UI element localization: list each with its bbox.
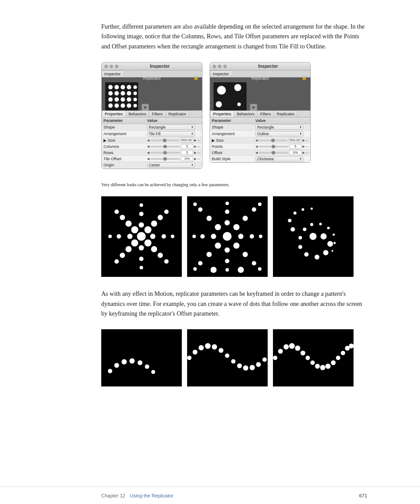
svg-point-70 [193, 202, 197, 206]
param-size-left: ▶ Size [103, 138, 147, 143]
tab-filters-left[interactable]: Filters [149, 110, 166, 117]
param-rows-left: Rows [103, 151, 147, 155]
dropdown-shape-left[interactable]: Rectangle▾ [147, 125, 195, 130]
svg-point-55 [140, 266, 143, 269]
table-row: Shape Rectangle▾ [210, 124, 310, 131]
tab-bar-left: Properties Behaviors Filters Replicator [102, 110, 202, 118]
svg-point-121 [205, 343, 211, 349]
pattern-image-3 [273, 196, 354, 277]
wave-svg-2 [187, 329, 268, 386]
preview-canvas-left [105, 82, 138, 111]
svg-point-9 [127, 91, 131, 96]
tab-replicator-right[interactable]: Replicator [274, 110, 298, 117]
svg-point-15 [133, 98, 137, 101]
dropdown-origin-left[interactable]: Center▾ [147, 162, 195, 168]
table-row: Offset ◀ 0% ▶ — [210, 150, 310, 156]
tab-properties-right[interactable]: Properties [210, 110, 234, 117]
slider-size-right[interactable]: ◀ 500.00 ▶ — [255, 138, 309, 143]
value-tileoffset-left: ◀ 0% ▶ — [147, 156, 200, 161]
footer-chapter-label: Chapter 12 [101, 493, 125, 498]
dropdown-arrangement-right[interactable]: Outline▾ [255, 131, 303, 136]
svg-point-84 [225, 202, 229, 205]
svg-point-140 [315, 364, 320, 369]
svg-point-98 [310, 223, 313, 226]
svg-point-119 [193, 350, 198, 355]
slider-rows-left[interactable]: ◀ 5 ▶ — [147, 150, 200, 155]
tab-behaviors-left[interactable]: Behaviors [125, 110, 149, 117]
value-rows-left: ◀ 5 ▶ — [147, 150, 200, 155]
slider-points-right[interactable]: ◀ 5 ▶ — [255, 144, 309, 149]
svg-point-18 [121, 103, 125, 108]
svg-point-40 [114, 210, 119, 214]
value-buildstyle-right: Clockwise▾ [255, 156, 309, 162]
param-arrangement-left: Arrangement [103, 132, 147, 136]
svg-point-58 [215, 224, 221, 230]
svg-point-13 [121, 97, 125, 102]
tab-replicator-left[interactable]: Replicator [166, 110, 190, 117]
slider-size-left[interactable]: ◀ 500.00 ▶ — [147, 138, 200, 143]
svg-point-38 [158, 215, 163, 220]
svg-point-29 [144, 239, 151, 246]
value-columns-left: ◀ 5 ▶ — [147, 144, 200, 149]
value-shape-left: Rectangle▾ [147, 125, 200, 130]
param-shape-right: Shape [212, 125, 255, 129]
svg-point-126 [237, 364, 242, 368]
svg-point-62 [206, 216, 212, 221]
tab-behaviors-right[interactable]: Behaviors [234, 110, 257, 117]
svg-point-61 [215, 243, 221, 249]
tab-filters-right[interactable]: Filters [257, 110, 274, 117]
svg-point-49 [171, 235, 174, 238]
dropdown-arrangement-left[interactable]: Tile Fill▾ [147, 131, 195, 136]
svg-point-130 [262, 357, 267, 362]
play-button-left[interactable]: ▶ [142, 104, 149, 111]
svg-point-28 [131, 226, 138, 233]
svg-point-87 [238, 267, 244, 273]
svg-point-59 [233, 243, 239, 249]
tab-properties-left[interactable]: Properties [102, 110, 125, 117]
svg-point-106 [294, 212, 297, 215]
dropdown-shape-right[interactable]: Rectangle▾ [255, 125, 303, 130]
svg-point-24 [216, 101, 222, 107]
svg-point-124 [225, 353, 229, 358]
svg-point-123 [219, 348, 224, 353]
dropdown-buildstyle-right[interactable]: Clockwise▾ [255, 156, 303, 162]
svg-point-116 [151, 370, 155, 374]
svg-point-25 [237, 103, 241, 106]
preview-area-left: Replicator 🔒 [102, 77, 202, 110]
svg-point-22 [217, 86, 226, 95]
svg-point-81 [225, 247, 230, 253]
svg-point-39 [120, 253, 125, 258]
svg-point-64 [243, 216, 248, 221]
value-arrangement-left: Tile Fill▾ [147, 131, 200, 136]
svg-point-86 [210, 267, 217, 273]
svg-point-4 [127, 85, 131, 89]
slider-columns-left[interactable]: ◀ 5 ▶ — [147, 144, 200, 149]
svg-point-51 [139, 245, 144, 250]
svg-point-57 [223, 232, 232, 241]
table-row: Origin Center▾ [102, 162, 202, 169]
slider-offset-right[interactable]: ◀ 0% ▶ — [255, 150, 309, 155]
table-row: Rows ◀ 5 ▶ — [102, 150, 202, 156]
svg-point-66 [198, 207, 203, 212]
svg-point-91 [328, 241, 333, 247]
svg-point-132 [273, 356, 277, 360]
param-arrangement-right: Arrangement [212, 132, 255, 136]
svg-point-96 [298, 236, 302, 239]
wave-image-1 [101, 329, 182, 386]
preview-area-right: Replicator 🔒 [210, 77, 310, 110]
svg-point-74 [211, 234, 216, 239]
slider-tileoffset-left[interactable]: ◀ 0% ▶ — [147, 156, 200, 161]
page-content: Further, different parameters are also a… [0, 0, 420, 434]
svg-point-113 [129, 358, 135, 364]
svg-point-23 [234, 84, 241, 91]
play-button-right[interactable]: ▶ [250, 104, 257, 111]
param-buildstyle-right: Build Style [212, 157, 255, 161]
preview-label-left: Replicator [143, 75, 161, 81]
svg-point-135 [289, 343, 295, 349]
footer-chapter-link[interactable]: Using the Replicator [130, 493, 173, 498]
svg-point-50 [139, 222, 144, 228]
svg-point-100 [327, 227, 330, 229]
svg-point-136 [295, 346, 300, 351]
wave-images-group [101, 329, 367, 386]
svg-point-1 [108, 85, 113, 89]
